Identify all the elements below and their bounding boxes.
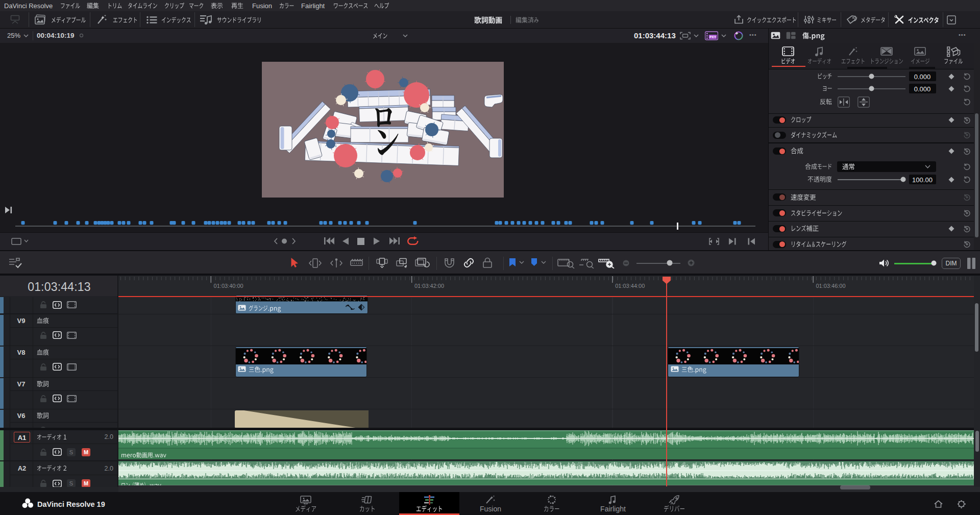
svg-text:PXY: PXY bbox=[709, 35, 717, 39]
svg-text:S: S bbox=[69, 449, 73, 455]
svg-text:M: M bbox=[84, 449, 88, 455]
svg-text:M: M bbox=[84, 480, 88, 486]
svg-text:S: S bbox=[69, 480, 73, 486]
